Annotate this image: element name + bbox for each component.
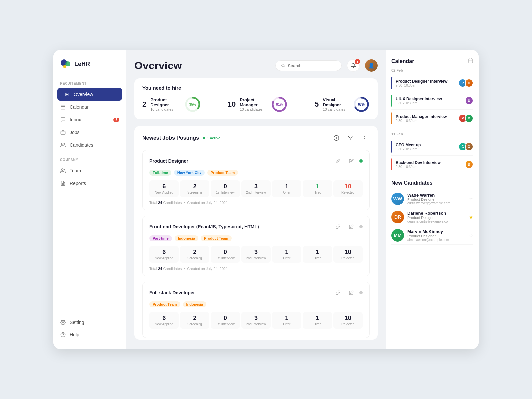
main-content: Overview 3 👤 You need to hire 2 — [126, 50, 386, 349]
tag-team-1: Product Team — [201, 235, 232, 241]
candidate-role-0: Product Designer — [407, 198, 466, 201]
event-title-0-1: UIUX Designer Interview — [396, 97, 462, 101]
hire-stat-role-0: Product Designer — [150, 97, 180, 107]
job-status-2 — [359, 291, 363, 294]
job-tags-2: Product Team Indonesia — [149, 301, 363, 307]
hire-stat-visual-designer: 5 Visual Designer 10 candidates 67% — [315, 96, 370, 113]
progress-label-1: 81% — [276, 103, 283, 106]
candidate-role-1: Product Designer — [407, 216, 466, 220]
sidebar-label-calendar: Calendar — [70, 104, 89, 110]
sidebar-item-jobs[interactable]: Jobs — [53, 126, 126, 139]
hire-stat-role-2: Visual Designer — [323, 97, 349, 107]
main-header: Overview 3 👤 — [134, 59, 378, 72]
search-box[interactable] — [275, 60, 342, 71]
event-avatars-0-0: P D — [458, 79, 473, 87]
active-badge: 1 active — [203, 136, 220, 140]
event-title-0-0: Product Designer Interview — [396, 79, 455, 84]
hire-stat-num-1: 10 — [228, 100, 236, 109]
event-title-1-1: Back-end Dev Interview — [396, 160, 462, 165]
bell-icon — [351, 63, 356, 68]
hire-stat-num-0: 2 — [142, 100, 146, 109]
stat-new-applied-0: 6 New Applied — [149, 180, 179, 197]
candidate-role-2: Product Designer — [407, 234, 466, 238]
setting-icon — [60, 319, 66, 325]
job-posting-1: Front-end Developer (ReactJS, Typescript… — [142, 216, 370, 276]
sidebar-item-reports[interactable]: Reports — [53, 177, 126, 190]
search-input[interactable] — [288, 63, 336, 68]
job-tags-0: Full-time New York City Product Team — [149, 170, 363, 176]
svg-point-8 — [61, 143, 63, 145]
job-posting-0: Product Designer Full-time New York City — [142, 150, 370, 210]
hire-stats-row: 2 Product Designer 10 candidates 35% — [142, 96, 370, 113]
sidebar-item-setting[interactable]: Setting — [53, 316, 126, 329]
calendar-title: Calendar — [391, 58, 414, 64]
stat-rejected-0: 10 Rejected — [333, 180, 363, 197]
calendar-event-0-2: Product Manager Interview 9:30 -10:30am … — [391, 110, 473, 127]
sidebar-item-team[interactable]: Team — [53, 164, 126, 177]
job-posting-2: Full-stack Developer Product Team Indone… — [142, 282, 370, 338]
job-footer-0: Total 24 Candidates • Created on July 24… — [149, 201, 363, 205]
logo-area: LeHR — [53, 58, 126, 79]
candidate-email-0: curtis.weaver@example.com — [407, 201, 466, 205]
user-avatar[interactable]: 👤 — [365, 59, 378, 72]
sidebar-label-inbox: Inbox — [70, 117, 81, 122]
link-button-1[interactable] — [333, 221, 343, 232]
edit-button-2[interactable] — [346, 287, 357, 298]
candidate-email-1: deanna.curtis@example.com — [407, 220, 466, 223]
tag-fulltime-0: Full-time — [149, 170, 171, 176]
search-icon — [281, 63, 285, 68]
link-button-2[interactable] — [333, 287, 343, 298]
candidates-title: New Candidates — [391, 180, 433, 186]
edit-button-0[interactable] — [346, 156, 357, 166]
candidate-name-0: Wade Warren — [407, 193, 466, 198]
hire-stat-product-designer: 2 Product Designer 10 candidates 35% — [142, 96, 201, 113]
sidebar-label-candidates: Candidates — [70, 142, 93, 148]
sidebar-item-calendar[interactable]: Calendar — [53, 101, 126, 113]
job-title-1: Front-end Developer (ReactJS, Typescript… — [149, 224, 259, 229]
logo-icon — [60, 58, 72, 70]
reports-icon — [60, 180, 66, 186]
more-options-button[interactable]: ⋮ — [359, 133, 370, 143]
hire-stat-project-manager: 10 Project Manager 10 candidates 81% — [228, 96, 288, 113]
notification-button[interactable]: 3 — [347, 59, 360, 72]
sidebar-item-overview[interactable]: ⊞ Overview — [57, 88, 122, 101]
star-button-1[interactable]: ★ — [469, 214, 473, 220]
svg-point-15 — [282, 64, 284, 66]
jobs-header: Newest Jobs Postings 1 active ⋮ — [142, 133, 370, 143]
calendar-date-1: 11 Feb — [391, 132, 473, 136]
page-title: Overview — [134, 60, 182, 72]
stat-1st-interview-0: 0 1st Interview — [211, 180, 240, 197]
job-status-0 — [359, 159, 363, 163]
add-job-button[interactable] — [331, 133, 342, 143]
calendar-panel-icon[interactable] — [468, 58, 473, 65]
sidebar-item-help[interactable]: Help — [53, 329, 126, 341]
edit-button-1[interactable] — [346, 221, 357, 232]
team-icon — [60, 168, 66, 174]
candidate-name-1: Darlene Robertson — [407, 211, 466, 216]
svg-point-9 — [61, 169, 63, 170]
filter-button[interactable] — [345, 133, 356, 143]
tag-indonesia-1: Indonesia — [175, 235, 198, 241]
hire-stat-num-2: 5 — [315, 100, 319, 109]
candidate-avatar-2: MM — [391, 229, 404, 242]
inbox-badge: 5 — [113, 118, 119, 122]
sidebar-label-overview: Overview — [74, 92, 93, 97]
link-button-0[interactable] — [333, 156, 343, 166]
star-button-2[interactable]: ☆ — [469, 232, 473, 239]
job-tags-1: Part-time Indonesia Product Team — [149, 235, 363, 241]
tag-city-0: New York City — [174, 170, 205, 176]
help-icon — [60, 332, 66, 338]
job-footer-1: Total 24 Candidates • Created on July 24… — [149, 267, 363, 271]
jobs-header-actions: ⋮ — [331, 133, 370, 143]
candidate-avatar-1: DR — [391, 211, 404, 223]
star-button-0[interactable]: ☆ — [469, 196, 473, 202]
job-stats-2: 6New Applied 2Screening 01st Interview 3… — [149, 312, 363, 329]
hire-stat-candidates-1: 10 candidates — [240, 107, 267, 111]
sidebar-item-inbox[interactable]: Inbox 5 — [53, 113, 126, 126]
sidebar-item-candidates[interactable]: Candidates — [53, 139, 126, 151]
job-stats-0: 6 New Applied 2 Screening 0 1st Intervie… — [149, 180, 363, 197]
calendar-event-0-0: Product Designer Interview 9:30 -10:30am… — [391, 74, 473, 92]
calendar-event-1-0: CEO Meet-up 9:30 -10:30am C O — [391, 138, 473, 156]
svg-point-2 — [63, 65, 66, 68]
job-status-1 — [359, 225, 363, 228]
